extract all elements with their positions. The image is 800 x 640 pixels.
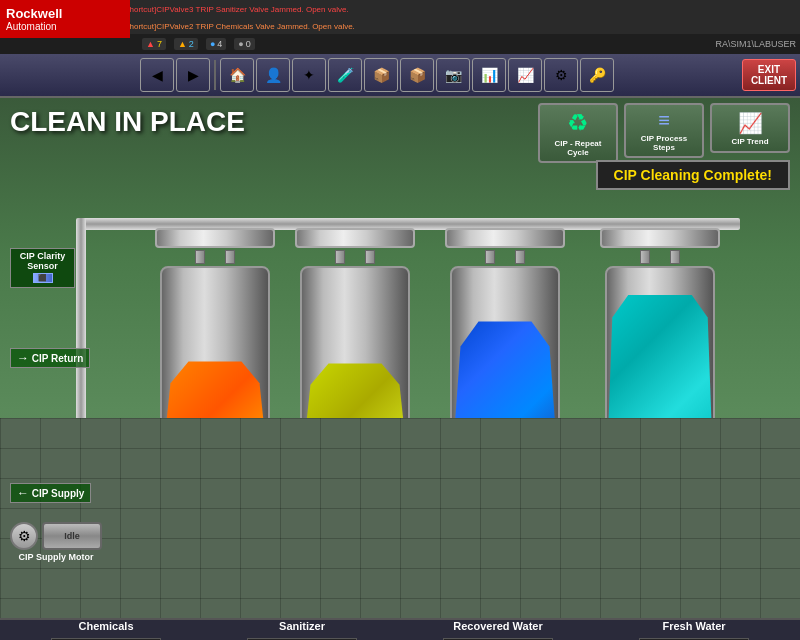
tank-chemicals-fluid [162, 356, 268, 464]
tank-fresh-top [600, 228, 720, 248]
valve-fresh-bot2[interactable] [653, 468, 667, 486]
tank-recovered-top [445, 228, 565, 248]
return-arrow: → [17, 351, 29, 365]
alert1: [Shortcut]CIPValve3 TRIP Sanitizer Valve… [122, 5, 349, 14]
pump-status: Idle [64, 531, 80, 541]
forward-button[interactable]: ▶ [176, 58, 210, 92]
ok-count: 0 [246, 39, 251, 49]
valve-chem-bot3[interactable] [236, 468, 250, 486]
exit-button[interactable]: EXIT CLIENT [742, 59, 796, 91]
tank-recovered [445, 228, 565, 486]
repeat-icon: ♻ [567, 109, 589, 137]
supply-pipe [80, 488, 740, 500]
valve-rec-bot3[interactable] [526, 468, 540, 486]
tank-info-recovered: Recovered Water Tank Level 12499 Liters [400, 620, 596, 641]
toolbar: ◀ ▶ 🏠 👤 ✦ 🧪 📦 📦 📷 📊 📈 ⚙ 🔑 EXIT CLIENT [0, 54, 800, 98]
tank-sanitizer-top [295, 228, 415, 248]
cip-supply-label: ← CIP Supply [10, 483, 91, 503]
tank-info-chemicals: Chemicals Tank Level 8000 Liters [8, 620, 204, 641]
cleaning-complete-text: CIP Cleaning Complete! [614, 167, 772, 183]
person-button[interactable]: 👤 [256, 58, 290, 92]
valve-chem-1[interactable] [195, 250, 205, 264]
box2-button[interactable]: 📦 [400, 58, 434, 92]
separator1 [214, 60, 216, 90]
tank-sanitizer-fluid [302, 358, 408, 464]
trend-icon: 📈 [738, 111, 763, 135]
cip-return-text: CIP Return [32, 353, 84, 364]
tank-chemicals-top [155, 228, 275, 248]
chemicals-label: Chemicals [78, 620, 133, 632]
tank-info-fresh: Fresh Water Tank Level 19500 Liters [596, 620, 792, 641]
cip-repeat-label: CIP - Repeat Cycle [546, 139, 610, 157]
tank-fresh-body [605, 266, 715, 466]
valve-rec-bot1[interactable] [470, 468, 484, 486]
recovered-label: Recovered Water [453, 620, 542, 632]
pump-label: CIP Supply Motor [10, 552, 102, 562]
tank-fresh-fluid [607, 292, 713, 464]
rockwell-logo: Rockwell Automation [0, 0, 130, 38]
cip-supply-text: CIP Supply [32, 488, 85, 499]
ok-badge: ● 0 [234, 38, 254, 50]
valve-rec-2[interactable] [515, 250, 525, 264]
valve-san-bot3[interactable] [376, 468, 390, 486]
back-button[interactable]: ◀ [140, 58, 174, 92]
sanitizer-label: Sanitizer [279, 620, 325, 632]
valve-san-bot2[interactable] [348, 468, 362, 486]
chart-button[interactable]: 📊 [472, 58, 506, 92]
pump-impeller: ⚙ [10, 522, 38, 550]
box-button[interactable]: 📦 [364, 58, 398, 92]
valve-fresh-bot3[interactable] [681, 468, 695, 486]
info-count: 4 [217, 39, 222, 49]
valve-chem-bot2[interactable] [208, 468, 222, 486]
alarm-count: 7 [157, 39, 162, 49]
valve-fresh-2[interactable] [670, 250, 680, 264]
drain-label: Drain [782, 485, 792, 508]
supply-arrow: ← [17, 486, 29, 500]
tank-sanitizer-body [300, 266, 410, 466]
cip-trend-label: CIP Trend [731, 137, 768, 146]
pump-area: ⚙ Idle CIP Supply Motor [10, 522, 102, 562]
cip-clarity-sensor: CIP Clarity Sensor ⬛ [10, 248, 75, 288]
cip-trend-button[interactable]: 📈 CIP Trend [710, 103, 790, 153]
valve-chem-2[interactable] [225, 250, 235, 264]
alarm-badge: ▲ 7 [142, 38, 166, 50]
fan-button[interactable]: ✦ [292, 58, 326, 92]
valve-san-1[interactable] [335, 250, 345, 264]
main-area: CLEAN IN PLACE ♻ CIP - Repeat Cycle ≡ CI… [0, 98, 800, 618]
settings-button[interactable]: ⚙ [544, 58, 578, 92]
tank-recovered-fluid [452, 317, 558, 464]
fresh-label: Fresh Water [662, 620, 725, 632]
valve-san-bot1[interactable] [320, 468, 334, 486]
pump-body: ⚙ Idle [10, 522, 102, 550]
camera-button[interactable]: 📷 [436, 58, 470, 92]
warning-badge: ▲ 2 [174, 38, 198, 50]
cleaning-complete-banner: CIP Cleaning Complete! [596, 160, 790, 190]
warning-count: 2 [189, 39, 194, 49]
sensor-label: CIP Clarity Sensor [16, 251, 69, 271]
tank-chemicals-body [160, 266, 270, 466]
cip-return-label: → CIP Return [10, 348, 90, 368]
tank-fresh [600, 228, 720, 486]
alert2: [Shortcut]CIPValve2 TRIP Chemicals Valve… [122, 22, 355, 31]
valve-san-2[interactable] [365, 250, 375, 264]
tank-sanitizer [295, 228, 415, 486]
home-button[interactable]: 🏠 [220, 58, 254, 92]
valve-fresh-1[interactable] [640, 250, 650, 264]
tank-chemicals [155, 228, 275, 486]
steps-icon: ≡ [658, 109, 670, 132]
drain-pipe [740, 488, 750, 608]
key-button[interactable]: 🔑 [580, 58, 614, 92]
valve-rec-bot2[interactable] [498, 468, 512, 486]
beaker-button[interactable]: 🧪 [328, 58, 362, 92]
valve-fresh-bot1[interactable] [625, 468, 639, 486]
chart2-button[interactable]: 📈 [508, 58, 542, 92]
valve-chem-bot1[interactable] [180, 468, 194, 486]
bottom-bar: Chemicals Tank Level 8000 Liters Sanitiz… [0, 618, 800, 640]
tank-recovered-body [450, 266, 560, 466]
cip-steps-button[interactable]: ≡ CIP Process Steps [624, 103, 704, 158]
user-label: RA\SIM1\LABUSER [715, 39, 796, 49]
cip-steps-label: CIP Process Steps [632, 134, 696, 152]
pump-motor: Idle [42, 522, 102, 550]
valve-rec-1[interactable] [485, 250, 495, 264]
cip-repeat-button[interactable]: ♻ CIP - Repeat Cycle [538, 103, 618, 163]
